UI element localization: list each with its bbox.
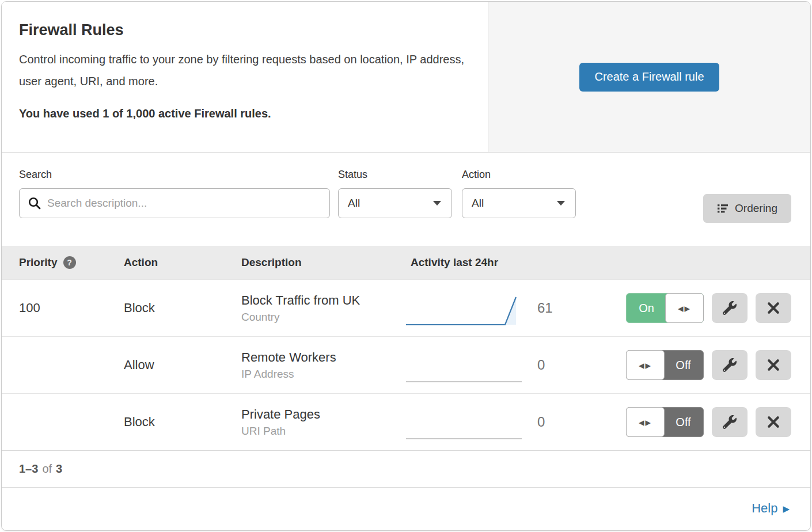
rule-enabled-toggle[interactable]: Off bbox=[626, 350, 704, 380]
activity-count: 61 bbox=[526, 300, 589, 316]
chevron-down-icon bbox=[433, 201, 441, 206]
status-filter-group: Status All bbox=[338, 169, 452, 218]
activity-count: 0 bbox=[526, 414, 589, 430]
rule-description: Block Traffic from UK bbox=[241, 293, 405, 308]
status-label: Status bbox=[338, 169, 452, 181]
header-section: Firewall Rules Control incoming traffic … bbox=[2, 2, 810, 153]
search-input[interactable] bbox=[19, 188, 330, 218]
help-link[interactable]: Help bbox=[752, 501, 790, 516]
delete-rule-button[interactable] bbox=[756, 350, 791, 380]
edit-rule-button[interactable] bbox=[712, 407, 748, 437]
delete-rule-button[interactable] bbox=[756, 293, 791, 323]
action-cell: Block bbox=[124, 301, 241, 316]
wrench-icon bbox=[723, 415, 737, 429]
x-icon bbox=[767, 359, 780, 371]
action-filter-group: Action All bbox=[462, 169, 576, 218]
search-filter-group: Search bbox=[19, 169, 330, 218]
ordered-list-icon bbox=[717, 203, 728, 214]
action-cell: Allow bbox=[124, 358, 241, 373]
pagination-bar: 1–3 of 3 bbox=[2, 450, 810, 487]
row-controls: Off bbox=[589, 350, 791, 380]
action-cell: Block bbox=[124, 415, 241, 430]
of-label: of bbox=[42, 462, 52, 476]
toggle-state-label: Off bbox=[663, 408, 703, 436]
column-header-description: Description bbox=[241, 256, 405, 269]
delete-rule-button[interactable] bbox=[756, 407, 791, 437]
table-row: Allow Remote Workers IP Address 0 Off bbox=[2, 336, 810, 393]
table-row: Block Private Pages URI Path 0 Off bbox=[2, 393, 810, 450]
toggle-state-label: On bbox=[627, 294, 666, 322]
toggle-state-label: Off bbox=[663, 351, 703, 379]
wrench-icon bbox=[723, 358, 737, 372]
page-title: Firewall Rules bbox=[19, 21, 467, 39]
status-select[interactable]: All bbox=[338, 188, 452, 218]
header-text-panel: Firewall Rules Control incoming traffic … bbox=[2, 2, 488, 152]
rule-enabled-toggle[interactable]: Off bbox=[626, 407, 704, 437]
help-bar: Help bbox=[2, 487, 810, 529]
description-cell: Private Pages URI Path bbox=[241, 407, 405, 438]
status-selected-value: All bbox=[348, 197, 360, 210]
filters-bar: Search Status All Action All bbox=[2, 153, 810, 246]
x-icon bbox=[767, 416, 780, 428]
header-action-panel: Create a Firewall rule bbox=[488, 2, 810, 152]
activity-count: 0 bbox=[526, 357, 589, 373]
rule-match-type: URI Path bbox=[241, 425, 405, 438]
activity-sparkline bbox=[405, 408, 523, 441]
activity-sparkline bbox=[405, 294, 523, 327]
rule-description: Private Pages bbox=[241, 407, 405, 422]
row-controls: Off bbox=[589, 407, 791, 437]
wrench-icon bbox=[723, 301, 737, 315]
description-cell: Remote Workers IP Address bbox=[241, 350, 405, 381]
column-header-action: Action bbox=[124, 256, 241, 269]
search-label: Search bbox=[19, 169, 330, 181]
result-total: 3 bbox=[56, 462, 62, 476]
priority-header-label: Priority bbox=[19, 256, 58, 269]
table-row: 100 Block Block Traffic from UK Country … bbox=[2, 279, 810, 336]
column-header-priority: Priority bbox=[19, 256, 124, 269]
rule-match-type: Country bbox=[241, 311, 405, 324]
column-header-activity: Activity last 24hr bbox=[405, 256, 526, 269]
usage-note: You have used 1 of 1,000 active Firewall… bbox=[19, 107, 467, 120]
chevron-down-icon bbox=[557, 201, 565, 206]
edit-rule-button[interactable] bbox=[712, 350, 748, 380]
description-cell: Block Traffic from UK Country bbox=[241, 293, 405, 324]
toggle-handle[interactable] bbox=[626, 407, 665, 437]
result-range: 1–3 bbox=[19, 462, 38, 476]
row-controls: On bbox=[589, 293, 791, 323]
rule-description: Remote Workers bbox=[241, 350, 405, 365]
firewall-rules-card: Firewall Rules Control incoming traffic … bbox=[1, 1, 811, 531]
action-label: Action bbox=[462, 169, 576, 181]
create-firewall-rule-button[interactable]: Create a Firewall rule bbox=[579, 63, 719, 92]
action-select[interactable]: All bbox=[462, 188, 576, 218]
edit-rule-button[interactable] bbox=[712, 293, 748, 323]
x-icon bbox=[767, 302, 780, 314]
rule-match-type: IP Address bbox=[241, 368, 405, 381]
activity-sparkline bbox=[405, 351, 523, 384]
action-selected-value: All bbox=[472, 197, 484, 210]
ordering-button[interactable]: Ordering bbox=[703, 194, 791, 223]
toggle-handle[interactable] bbox=[626, 350, 665, 380]
page-description: Control incoming traffic to your zone by… bbox=[19, 48, 467, 92]
question-mark-icon[interactable] bbox=[63, 256, 76, 269]
table-header-row: Priority Action Description Activity las… bbox=[2, 246, 810, 279]
rule-enabled-toggle[interactable]: On bbox=[626, 293, 704, 323]
ordering-button-label: Ordering bbox=[735, 202, 777, 215]
search-icon bbox=[28, 196, 41, 210]
priority-cell: 100 bbox=[19, 301, 124, 316]
toggle-handle[interactable] bbox=[665, 293, 704, 323]
search-input-wrap bbox=[19, 188, 330, 218]
